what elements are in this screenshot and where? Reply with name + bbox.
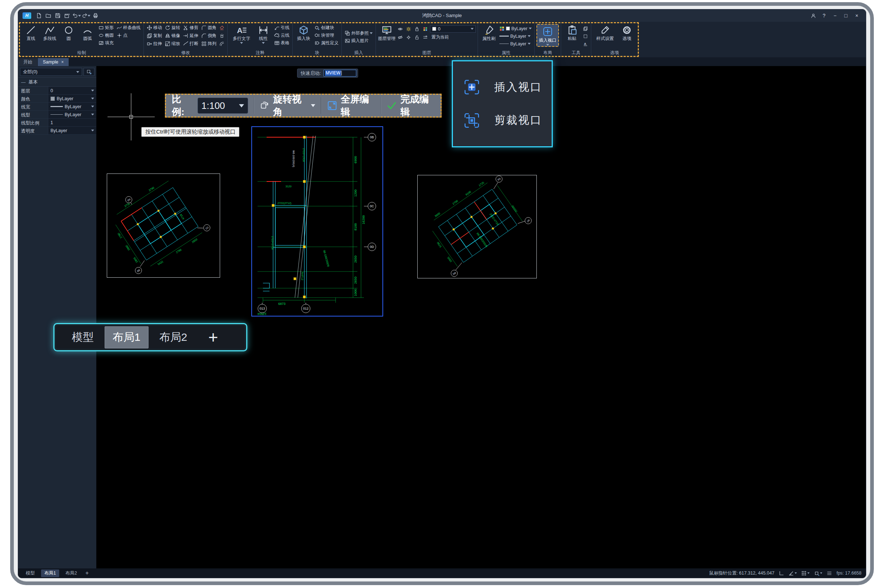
osnap-toggle[interactable]	[814, 571, 822, 576]
prop-lineweight-value[interactable]: ByLayer	[48, 103, 96, 110]
mirror-button[interactable]: 镜像	[164, 32, 181, 40]
drawing-canvas[interactable]: 快速启动: MVIEW 比例: 1:100 旋转视角 全屏编辑 完成编辑 按住C…	[96, 66, 866, 568]
style-settings-button[interactable]: 样式设置	[593, 24, 617, 42]
layer-unlock-button[interactable]	[413, 33, 421, 41]
insert-block-button[interactable]: 插入块	[295, 24, 313, 42]
redo-button[interactable]	[82, 11, 90, 20]
maximize-button[interactable]: □	[841, 11, 851, 20]
quick-select-button[interactable]	[84, 68, 95, 76]
copy-clip-button[interactable]	[582, 25, 589, 32]
options-button[interactable]: 选项	[618, 24, 636, 42]
fillet-button[interactable]: 圆角	[200, 24, 218, 32]
layout2-tab[interactable]: 布局2	[152, 326, 195, 348]
scale-button[interactable]: 缩放	[164, 40, 181, 48]
prop-transparency-value[interactable]: ByLayer	[48, 127, 96, 134]
linetype-control[interactable]: ByLayer	[499, 40, 532, 48]
move-button[interactable]: 移动	[146, 24, 163, 32]
layer-lock-button[interactable]	[413, 25, 421, 33]
trim-button[interactable]: 修剪	[182, 24, 199, 32]
fullscreen-edit-button[interactable]: 全屏编辑	[327, 93, 375, 118]
menu-item-insert-viewport[interactable]: 插入视口	[462, 77, 542, 97]
match-properties-button[interactable]: 属性刷	[480, 24, 498, 42]
rectangle-button[interactable]: 矩形	[97, 24, 115, 32]
xref-button[interactable]: 外部参照	[344, 29, 374, 37]
finish-edit-button[interactable]: 完成编辑	[386, 93, 435, 118]
basic-section-header[interactable]: —基本	[18, 77, 96, 87]
arc-button[interactable]: 圆弧	[78, 24, 96, 42]
erase-button[interactable]	[218, 24, 226, 32]
help-button[interactable]: ?	[819, 11, 829, 20]
statusbar-menu-button[interactable]	[827, 571, 832, 576]
prop-color-value[interactable]: ByLayer	[48, 95, 96, 102]
save-button[interactable]	[53, 11, 62, 20]
layer-on-button[interactable]	[397, 25, 404, 33]
ortho-toggle[interactable]	[779, 571, 784, 576]
polyline-button[interactable]: 多段线	[41, 24, 59, 42]
print-button[interactable]	[91, 11, 100, 20]
selection-filter-dropdown[interactable]: 全部(0)	[20, 68, 82, 76]
leader-button[interactable]: 引线	[273, 24, 290, 32]
tab-sample[interactable]: Sample×	[38, 58, 69, 66]
layer-off-button[interactable]	[397, 33, 404, 41]
undo-button[interactable]	[72, 11, 81, 20]
menu-item-clip-viewport[interactable]: 剪裁视口	[462, 110, 542, 130]
account-button[interactable]	[809, 11, 818, 20]
model-tab[interactable]: 模型	[64, 326, 102, 348]
attr-define-button[interactable]: 属性定义	[313, 39, 340, 47]
layer-thaw-button[interactable]	[405, 33, 412, 41]
command-input[interactable]: MVIEW	[323, 70, 356, 76]
statusbar-add-layout-button[interactable]: +	[83, 570, 91, 576]
ellipse-button[interactable]: 椭圆	[97, 32, 115, 39]
array-button[interactable]: 阵列	[200, 40, 218, 48]
layer-manager-button[interactable]: 图层管理	[378, 24, 396, 42]
prop-linetype-value[interactable]: ByLayer	[48, 111, 96, 118]
circle-button[interactable]: 圆	[60, 24, 78, 42]
minimize-button[interactable]: −	[830, 11, 840, 20]
add-layout-button[interactable]: +	[208, 330, 218, 345]
create-block-button[interactable]: 创建块	[313, 24, 340, 32]
cut-clip-button[interactable]	[582, 32, 589, 40]
line-button[interactable]: 直线	[22, 24, 40, 42]
table-button[interactable]: 表格	[273, 39, 290, 47]
set-current-layer-button[interactable]: 置为当前	[430, 33, 450, 41]
open-file-button[interactable]	[44, 11, 53, 20]
layer-match-button[interactable]	[422, 33, 429, 41]
color-control[interactable]: ByLayer	[499, 25, 532, 32]
offset-button[interactable]	[218, 40, 226, 48]
statusbar-layout2-tab[interactable]: 布局2	[62, 570, 80, 577]
save-as-button[interactable]	[63, 11, 72, 20]
rotate-view-button[interactable]: 旋转视角	[259, 93, 315, 118]
extend-button[interactable]: 延伸	[182, 32, 199, 40]
paste-button[interactable]: 粘贴	[563, 24, 581, 42]
hatch-button[interactable]: 填充	[97, 39, 115, 47]
viewport-left-drawing[interactable]: 3732 3790 2780 2860 2905 5431 2786 2850 …	[107, 174, 220, 278]
spline-button[interactable]: 样条曲线	[116, 24, 142, 32]
block-manager-button[interactable]: 块管理	[313, 32, 340, 39]
insert-viewport-button[interactable]: 插入视口	[537, 24, 559, 47]
chamfer-button[interactable]: 倒角	[200, 32, 218, 40]
prop-ltscale-value[interactable]: 1	[48, 119, 96, 126]
layout1-tab[interactable]: 布局1	[105, 326, 149, 348]
layer-freeze-button[interactable]	[405, 25, 412, 33]
polar-tracking-toggle[interactable]	[788, 571, 797, 576]
tab-close-icon[interactable]: ×	[61, 60, 63, 64]
tab-start[interactable]: 开始	[18, 58, 38, 66]
rotate-button[interactable]: 旋转	[164, 24, 181, 32]
lineweight-control[interactable]: ByLayer	[499, 32, 532, 40]
linear-dim-button[interactable]: 线性	[254, 24, 272, 44]
copy-button[interactable]: 复制	[146, 32, 163, 40]
grid-toggle[interactable]	[801, 571, 810, 576]
explode-button[interactable]	[218, 32, 226, 40]
close-button[interactable]: ×	[852, 11, 861, 20]
statusbar-model-tab[interactable]: 模型	[23, 570, 38, 577]
point-button[interactable]: 点	[116, 32, 142, 39]
text-style-button[interactable]: A	[582, 40, 589, 48]
viewport-right-drawing[interactable]: 3900 2700 8100 1725 5790 2905 20100 98-1…	[417, 175, 537, 278]
viewport-center-drawing-selected[interactable]: 6900 1200 8100 2650 2650 1000 16200 6873…	[251, 126, 383, 316]
new-file-button[interactable]	[35, 11, 43, 20]
revcloud-button[interactable]: 云线	[273, 32, 290, 39]
stretch-button[interactable]: 拉伸	[146, 40, 163, 48]
break-button[interactable]: 打断	[182, 40, 199, 48]
mtext-button[interactable]: A多行文字	[230, 24, 254, 44]
layer-color-button[interactable]	[422, 25, 429, 33]
